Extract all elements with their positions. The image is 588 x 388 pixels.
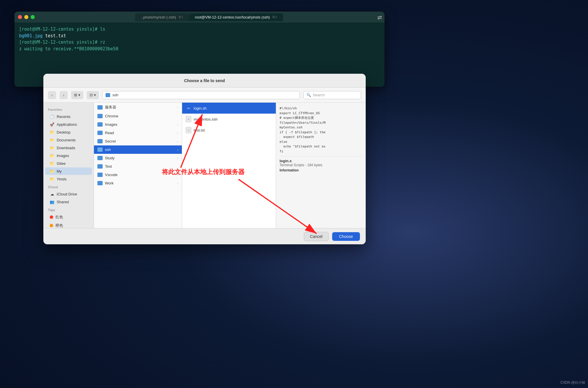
forward-button[interactable]: ›	[60, 91, 68, 99]
yinsls-icon: 📁	[50, 177, 54, 181]
tab2-label: root@VM-12-12-centos:/usr/local/yinsls (…	[195, 15, 270, 19]
search-bar[interactable]: 🔍 Search	[303, 91, 361, 99]
sidebar-item-applications[interactable]: 🚀 Applications	[45, 121, 92, 128]
sidebar-item-downloads[interactable]: 📁 Downloads	[45, 144, 92, 151]
login-sh-label: login.sh	[194, 106, 207, 110]
my-label: My	[57, 169, 62, 173]
recents-icon: 🕐	[50, 114, 54, 119]
folder-item-work[interactable]: Work ›	[94, 179, 182, 187]
cancel-button[interactable]: Cancel	[304, 232, 329, 241]
desktop-icon: 📁	[50, 130, 54, 134]
search-icon: 🔍	[306, 93, 311, 97]
terminal-body: [root@VM-12-12-centos yinsls]# ls bg001.…	[14, 23, 384, 56]
tags-label: Tags	[43, 206, 94, 213]
sidebar-item-tag-red[interactable]: 红色	[45, 213, 92, 221]
terminal-tabs: ..yinsls/my/ssh (-zsh) ⌘1 root@VM-12-12-…	[37, 13, 381, 21]
secret-chevron: ›	[177, 140, 178, 143]
red-tag-label: 红色	[56, 215, 63, 220]
view-chevron: ▾	[78, 93, 80, 97]
downloads-label: Downloads	[57, 146, 75, 150]
shared-icon: 👥	[50, 199, 54, 204]
sidebar-item-recents[interactable]: 🕐 Recents	[45, 113, 92, 120]
study-folder-label: Study	[105, 156, 114, 160]
folder-item-ssh[interactable]: ssh ›	[94, 145, 182, 154]
vscode-folder-label: Vscode	[105, 173, 117, 177]
my-icon: 📁	[50, 169, 54, 173]
sidebar-item-shared[interactable]: 👥 Shared	[45, 198, 92, 206]
test-txt-label: test.txt	[194, 128, 205, 132]
file-item-test-txt[interactable]: ≡ test.txt	[182, 125, 276, 136]
read-folder-label: Read	[105, 131, 114, 135]
sidebar-item-icloud-drive[interactable]: ☁ iCloud Drive	[45, 190, 92, 198]
file-item-login-sh[interactable]: SH login.sh	[182, 103, 276, 114]
folder-item-study[interactable]: Study ›	[94, 154, 182, 162]
server-folder-icon	[97, 105, 103, 110]
terminal-line-3: [root@VM-12-12-centos yinsls]# rz	[19, 39, 380, 46]
location-bar[interactable]: ssh	[102, 91, 300, 99]
recents-label: Recents	[57, 114, 71, 119]
terminal-tab-2[interactable]: root@VM-12-12-centos:/usr/local/yinsls (…	[189, 13, 283, 21]
file-item-mycentos-ssh[interactable]: ≡ myCentos.ssh	[182, 114, 276, 125]
sidebar-item-tag-orange[interactable]: 橙色	[45, 221, 92, 228]
icloud-label: iCloud	[43, 183, 94, 190]
sidebar-item-desktop[interactable]: 📁 Desktop	[45, 128, 92, 136]
test-folder-label: Test	[105, 164, 112, 169]
folder-column: 服务器 › Chrome Images › Read ›	[94, 103, 182, 228]
grid-view-button[interactable]: ⊟ ▾	[87, 91, 99, 99]
chrome-folder-icon	[97, 114, 103, 118]
column-view-icon: ⊞	[74, 93, 77, 97]
preview-column: #!/bin/sh export LC_CTYPE=en_US # expect…	[276, 103, 366, 228]
study-folder-icon	[97, 156, 103, 160]
red-tag-dot	[50, 215, 53, 219]
sidebar-item-images[interactable]: 📁 Images	[45, 152, 92, 159]
favorites-label: Favorites	[43, 106, 94, 112]
terminal-titlebar: ..yinsls/my/ssh (-zsh) ⌘1 root@VM-12-12-…	[14, 12, 384, 23]
sh-file-icon: SH	[186, 105, 191, 111]
search-placeholder: Search	[313, 93, 325, 97]
icloud-drive-label: iCloud Drive	[57, 192, 77, 196]
work-chevron: ›	[177, 182, 178, 185]
sidebar-item-yinsls[interactable]: 📁 Yinsls	[45, 175, 92, 183]
files-column: SH login.sh ≡ myCentos.ssh ≡ test.txt	[182, 103, 276, 228]
gitee-label: Gitee	[57, 161, 66, 166]
dialog-title: Choose a file to send	[184, 78, 225, 83]
ssh-folder-label: ssh	[105, 147, 111, 152]
preview-info-label: Information	[280, 168, 362, 172]
folder-item-server[interactable]: 服务器 ›	[94, 103, 182, 112]
server-folder-label: 服务器	[105, 105, 116, 110]
minimize-button[interactable]	[24, 15, 28, 19]
documents-icon: 📁	[50, 138, 54, 142]
folder-item-chrome[interactable]: Chrome	[94, 112, 182, 120]
choose-button[interactable]: Choose	[332, 232, 360, 241]
sidebar-item-gitee[interactable]: 📁 Gitee	[45, 160, 92, 167]
images-chevron: ›	[177, 123, 178, 126]
back-button[interactable]: ‹	[48, 91, 56, 99]
dialog-toolbar: ‹ › ⊞ ▾ ⊟ ▾ ssh 🔍 Search	[43, 88, 366, 103]
orange-tag-dot	[50, 224, 53, 227]
sidebar-item-my[interactable]: 📁 My	[45, 167, 92, 175]
ssh-folder-icon	[97, 147, 103, 152]
folder-item-read[interactable]: Read ›	[94, 129, 182, 137]
folder-item-vscode[interactable]: Vscode ›	[94, 171, 182, 179]
folder-item-images[interactable]: Images ›	[94, 120, 182, 129]
tab1-shortcut: ⌘1	[178, 15, 183, 19]
folder-item-secret[interactable]: Secret ›	[94, 137, 182, 145]
column-view-button[interactable]: ⊞ ▾	[71, 91, 83, 99]
swap-arrow-icon[interactable]: ⇄	[377, 14, 382, 21]
images-label: Images	[57, 154, 69, 158]
secret-folder-label: Secret	[105, 139, 116, 143]
applications-label: Applications	[57, 122, 77, 127]
secret-folder-icon	[97, 139, 103, 143]
close-button[interactable]	[18, 15, 22, 19]
folder-icon	[106, 93, 110, 97]
terminal-tab-1[interactable]: ..yinsls/my/ssh (-zsh) ⌘1	[135, 13, 189, 21]
maximize-button[interactable]	[31, 15, 35, 19]
images-folder-label: Images	[105, 122, 117, 127]
read-chevron: ›	[177, 131, 178, 135]
preview-code: #!/bin/sh export LC_CTYPE=en_US # expect…	[280, 106, 362, 154]
folder-item-test[interactable]: Test	[94, 162, 182, 171]
vscode-folder-icon	[97, 173, 103, 177]
desktop-label: Desktop	[57, 130, 71, 134]
sidebar-item-documents[interactable]: 📁 Documents	[45, 136, 92, 144]
dialog-body: Favorites 🕐 Recents 🚀 Applications 📁 Des…	[43, 103, 366, 228]
